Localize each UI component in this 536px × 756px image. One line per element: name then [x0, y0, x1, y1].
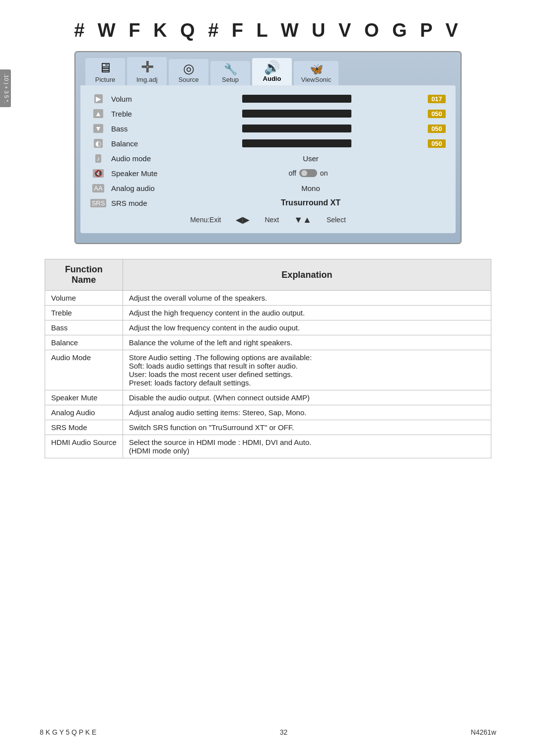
balance-row-icon: ◐ [90, 138, 106, 149]
osd-panel: 🖥 Picture ✛ Img.adj ◎ Source 🔧 Setup 🔊 A… [74, 51, 462, 244]
speaker-mute-toggle[interactable]: off on [289, 169, 328, 177]
setup-icon: 🔧 [224, 64, 237, 75]
table-header-explanation: Explanation [123, 259, 491, 291]
tab-audio[interactable]: 🔊 Audio [252, 58, 292, 85]
audio-icon: 🔊 [264, 61, 280, 74]
nav-ud-arrows[interactable]: ▼▲ [294, 215, 312, 225]
tab-picture-label: Picture [95, 76, 115, 83]
table-cell-function-name: Volume [45, 291, 123, 306]
speaker-mute-label: Speaker Mute [111, 169, 166, 178]
tab-imgadj-label: Img.adj [136, 76, 158, 83]
footer-right: N4261w [471, 728, 496, 736]
analog-audio-value-container: Mono [171, 184, 446, 192]
nav-lr-arrows[interactable]: ◀▶ [236, 214, 250, 225]
audio-mode-value: User [303, 154, 319, 163]
srs-mode-value: Trusurround XT [281, 198, 340, 207]
page-footer: 8 K G Y 5 Q P K E 32 N4261w [0, 728, 536, 736]
srs-mode-label: SRS mode [111, 199, 166, 207]
tab-setup[interactable]: 🔧 Setup [210, 61, 250, 85]
audio-mode-row-icon: ♪ [90, 153, 106, 164]
imgadj-icon: ✛ [141, 60, 153, 75]
analog-audio-value: Mono [301, 184, 320, 192]
tab-viewsonic-label: ViewSonic [301, 76, 331, 83]
table-cell-explanation: Adjust the overall volume of the speaker… [123, 291, 491, 306]
audio-mode-value-container: User [171, 154, 446, 163]
tab-audio-label: Audio [263, 75, 281, 82]
footer-center: 32 [280, 728, 288, 736]
table-row: Speaker MuteDisable the audio output. (W… [45, 390, 491, 405]
table-cell-function-name: SRS Mode [45, 420, 123, 435]
toggle-knob [301, 170, 307, 176]
bass-row-icon: ▼ [90, 123, 106, 134]
speaker-mute-row-icon: 🔇 [90, 168, 106, 179]
table-row: Audio ModeStore Audio setting .The follo… [45, 350, 491, 390]
tab-picture[interactable]: 🖥 Picture [85, 58, 125, 85]
row-volume: ▶ Volum 017 [90, 93, 446, 104]
table-cell-explanation: Store Audio setting .The following optio… [123, 350, 491, 390]
table-cell-function-name: Analog Audio [45, 405, 123, 420]
treble-bar-container [171, 110, 423, 118]
tab-setup-label: Setup [222, 76, 239, 83]
select-label: Select [327, 216, 346, 224]
bass-label: Bass [111, 125, 166, 133]
srs-mode-value-container: Trusurround XT [171, 198, 446, 207]
off-label: off [289, 169, 296, 177]
table-header-function: Function Name [45, 259, 123, 291]
table-row: VolumeAdjust the overall volume of the s… [45, 291, 491, 306]
table-row: BassAdjust the low frequency content in … [45, 320, 491, 335]
page-title: # W F K Q # F L W U V O G P V [0, 0, 536, 51]
menu-exit-label: Menu:Exit [190, 216, 221, 224]
row-bass: ▼ Bass 050 [90, 123, 446, 134]
osd-tabs: 🖥 Picture ✛ Img.adj ◎ Source 🔧 Setup 🔊 A… [75, 52, 461, 85]
balance-bar [242, 139, 351, 147]
osd-nav-bar: Menu:Exit ◀▶ Next ▼▲ Select [90, 214, 446, 225]
osd-content: ▶ Volum 017 ▲ Treble 050 ▼ Bass [80, 85, 456, 233]
picture-icon: 🖥 [98, 61, 112, 75]
table-cell-function-name: HDMI Audio Source [45, 435, 123, 458]
table-row: BalanceBalance the volume of the left an… [45, 335, 491, 350]
row-audio-mode: ♪ Audio mode User [90, 153, 446, 164]
footer-left: 8 K G Y 5 Q P K E [40, 728, 96, 736]
bass-value: 050 [428, 125, 446, 133]
row-treble: ▲ Treble 050 [90, 108, 446, 119]
table-cell-explanation: Adjust analog audio setting items: Stere… [123, 405, 491, 420]
table-cell-function-name: Treble [45, 306, 123, 320]
balance-value: 050 [428, 139, 446, 148]
treble-value: 050 [428, 110, 446, 118]
side-tab: .10 ) + 3 5 *. [0, 69, 11, 107]
tab-source-label: Source [178, 76, 199, 83]
table-row: Analog AudioAdjust analog audio setting … [45, 405, 491, 420]
tab-viewsonic[interactable]: 🦋 ViewSonic [294, 61, 338, 85]
table-row: HDMI Audio SourceSelect the source in HD… [45, 435, 491, 458]
table-cell-function-name: Balance [45, 335, 123, 350]
toggle-track[interactable] [299, 169, 317, 177]
table-row: TrebleAdjust the high frequency content … [45, 306, 491, 320]
function-table-wrapper: Function Name Explanation VolumeAdjust t… [45, 259, 491, 458]
tab-source[interactable]: ◎ Source [169, 59, 208, 85]
row-analog-audio: AA Analog audio Mono [90, 183, 446, 193]
on-label: on [320, 169, 328, 177]
treble-bar [242, 110, 351, 118]
bass-bar-container [171, 125, 423, 132]
table-row: SRS ModeSwitch SRS function on "TruSurro… [45, 420, 491, 435]
table-cell-function-name: Audio Mode [45, 350, 123, 390]
table-cell-explanation: Balance the volume of the left and right… [123, 335, 491, 350]
table-cell-explanation: Adjust the low frequency content in the … [123, 320, 491, 335]
balance-bar-container [171, 139, 423, 147]
treble-row-icon: ▲ [90, 108, 106, 119]
row-srs-mode: SRS SRS mode Trusurround XT [90, 197, 446, 208]
table-cell-function-name: Bass [45, 320, 123, 335]
volume-bar [242, 95, 351, 103]
balance-label: Balance [111, 139, 166, 148]
table-cell-explanation: Disable the audio output. (When connect … [123, 390, 491, 405]
table-cell-function-name: Speaker Mute [45, 390, 123, 405]
row-balance: ◐ Balance 050 [90, 138, 446, 149]
viewsonic-icon: 🦋 [310, 64, 323, 75]
row-speaker-mute: 🔇 Speaker Mute off on [90, 168, 446, 179]
volume-value: 017 [428, 95, 446, 103]
bass-bar [242, 125, 351, 132]
table-cell-explanation: Select the source in HDMI mode : HDMI, D… [123, 435, 491, 458]
volume-row-icon: ▶ [90, 93, 106, 104]
table-cell-explanation: Adjust the high frequency content in the… [123, 306, 491, 320]
tab-imgadj[interactable]: ✛ Img.adj [127, 57, 167, 85]
